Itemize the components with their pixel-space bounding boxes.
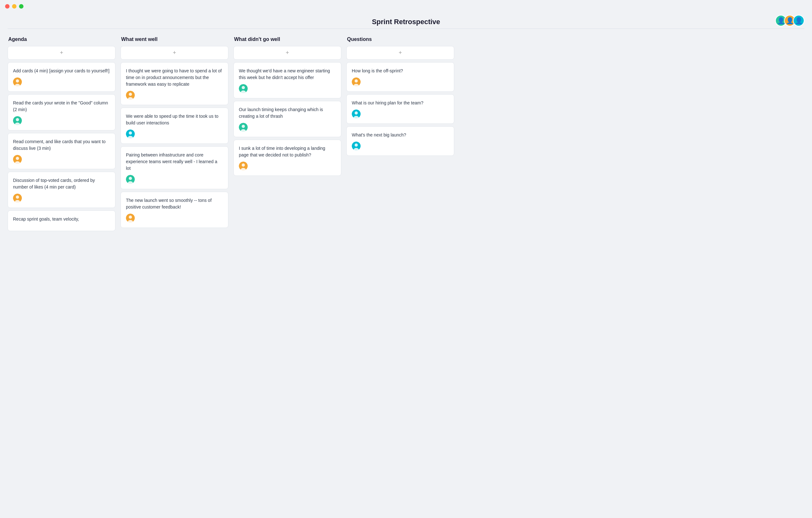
svg-point-7 — [16, 157, 19, 160]
svg-point-28 — [242, 125, 245, 128]
traffic-light-green[interactable] — [19, 4, 24, 8]
card-text: The new launch went so smoothly -- tons … — [126, 197, 223, 211]
svg-point-34 — [355, 79, 358, 83]
card: What is our hiring plan for the team? — [346, 94, 454, 124]
column-title-what-went-well: What went well — [120, 36, 228, 42]
titlebar — [0, 0, 812, 13]
card: Discussion of top-voted cards, ordered b… — [8, 172, 115, 208]
card: We thought we'd have a new engineer star… — [233, 62, 341, 99]
card: We were able to speed up the time it too… — [120, 108, 228, 144]
header-avatars: 👤 👤 👤 — [775, 15, 804, 26]
add-card-button-questions[interactable]: + — [346, 46, 454, 60]
traffic-light-yellow[interactable] — [12, 4, 17, 8]
card-text: Read comment, and like cards that you wa… — [13, 138, 110, 152]
column-what-went-well: What went well+I thought we were going t… — [120, 36, 228, 234]
card-avatar[interactable] — [352, 141, 360, 151]
svg-point-10 — [16, 195, 19, 199]
card-text: We were able to speed up the time it too… — [126, 113, 223, 126]
page-title: Sprint Retrospective — [372, 18, 440, 26]
card-text: Our launch timing keeps changing which i… — [239, 106, 336, 120]
header: Sprint Retrospective 👤 👤 👤 — [0, 13, 812, 29]
svg-point-31 — [242, 163, 245, 167]
column-title-agenda: Agenda — [8, 36, 115, 42]
card-avatar[interactable] — [126, 130, 135, 138]
card: How long is the off-sprint? — [346, 62, 454, 92]
svg-point-25 — [242, 86, 245, 89]
svg-point-40 — [355, 143, 358, 147]
card-avatar[interactable] — [13, 116, 22, 125]
card-avatar[interactable] — [239, 84, 248, 93]
card-avatar[interactable] — [126, 175, 135, 184]
card-avatar[interactable] — [13, 77, 22, 86]
card-avatar[interactable] — [239, 123, 248, 132]
card-text: Discussion of top-voted cards, ordered b… — [13, 177, 110, 190]
column-agenda: Agenda+Add cards (4 min) [assign your ca… — [8, 36, 115, 234]
add-card-button-what-didnt-go-well[interactable]: + — [233, 46, 341, 60]
card-text: I sunk a lot of time into developing a l… — [239, 145, 336, 158]
card-avatar[interactable] — [239, 162, 248, 170]
card-text: Recap sprint goals, team velocity, — [13, 216, 110, 222]
svg-point-13 — [129, 93, 132, 96]
card-text: What's the next big launch? — [352, 132, 449, 138]
board: Agenda+Add cards (4 min) [assign your ca… — [0, 34, 812, 241]
card: Add cards (4 min) [assign your cards to … — [8, 62, 115, 92]
card-text: How long is the off-sprint? — [352, 67, 449, 74]
svg-point-4 — [16, 118, 19, 121]
column-questions: Questions+How long is the off-sprint? Wh… — [346, 36, 454, 234]
svg-point-22 — [129, 216, 132, 219]
header-divider — [8, 29, 804, 29]
card-text: Add cards (4 min) [assign your cards to … — [13, 67, 110, 74]
card-text: Pairing between infrastructure and core … — [126, 152, 223, 172]
add-card-button-agenda[interactable]: + — [8, 46, 115, 60]
card: Recap sprint goals, team velocity, — [8, 211, 115, 231]
card-avatar[interactable] — [126, 91, 135, 100]
card: Our launch timing keeps changing which i… — [233, 101, 341, 137]
card: What's the next big launch? — [346, 126, 454, 156]
svg-point-37 — [355, 111, 358, 115]
card: I thought we were going to have to spend… — [120, 62, 228, 105]
svg-point-16 — [129, 131, 132, 135]
card-avatar[interactable] — [352, 109, 360, 118]
card: Read comment, and like cards that you wa… — [8, 133, 115, 169]
column-what-didnt-go-well: What didn't go well+We thought we'd have… — [233, 36, 341, 234]
card-avatar[interactable] — [13, 194, 22, 202]
card-text: I thought we were going to have to spend… — [126, 67, 223, 88]
svg-point-1 — [16, 79, 19, 83]
traffic-light-red[interactable] — [5, 4, 9, 8]
card-avatar[interactable] — [352, 77, 360, 86]
avatar-3[interactable]: 👤 — [793, 15, 804, 26]
card: Read the cards your wrote in the "Good" … — [8, 94, 115, 131]
card: Pairing between infrastructure and core … — [120, 146, 228, 189]
card: The new launch went so smoothly -- tons … — [120, 192, 228, 228]
column-title-what-didnt-go-well: What didn't go well — [233, 36, 341, 42]
card: I sunk a lot of time into developing a l… — [233, 140, 341, 176]
card-text: We thought we'd have a new engineer star… — [239, 67, 336, 81]
traffic-lights — [5, 4, 24, 8]
svg-point-19 — [129, 177, 132, 180]
add-card-button-what-went-well[interactable]: + — [120, 46, 228, 60]
card-avatar[interactable] — [13, 155, 22, 164]
card-text: What is our hiring plan for the team? — [352, 100, 449, 106]
column-title-questions: Questions — [346, 36, 454, 42]
card-avatar[interactable] — [126, 214, 135, 222]
card-text: Read the cards your wrote in the "Good" … — [13, 100, 110, 113]
